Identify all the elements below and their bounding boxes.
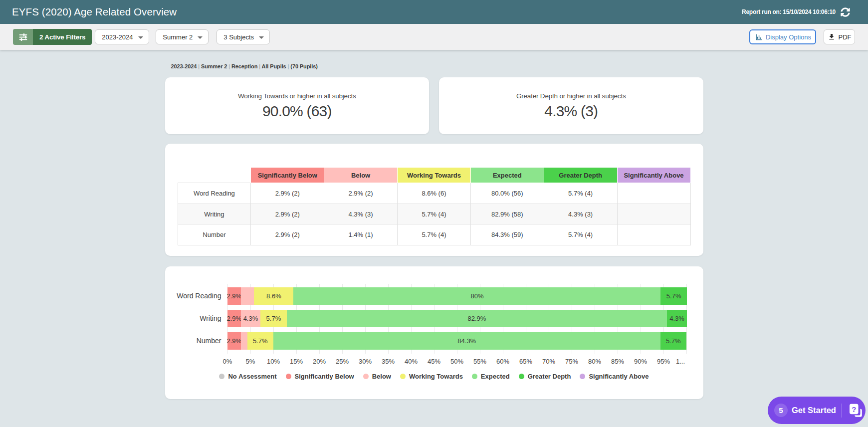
svg-text:?: ? bbox=[852, 405, 856, 413]
